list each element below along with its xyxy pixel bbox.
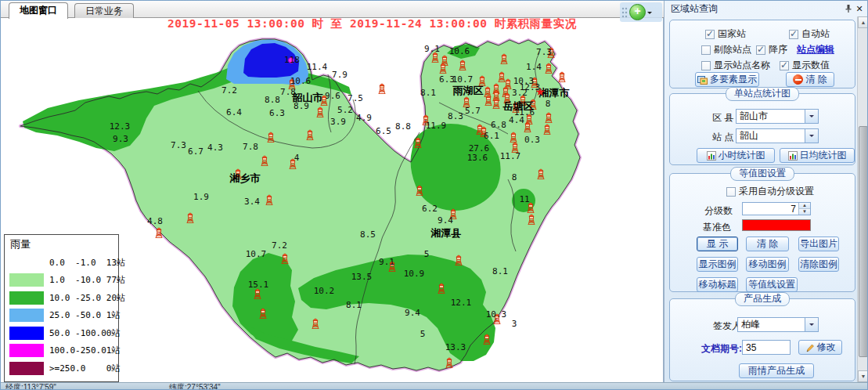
panel-title: 区域站查询 (671, 2, 718, 16)
multi-element-display-button[interactable]: 多要素显示 (695, 72, 759, 87)
chevron-down-icon[interactable] (805, 318, 818, 331)
tab-map-window[interactable]: 地图窗口 (9, 2, 68, 19)
spinner-value: 7 (743, 203, 798, 215)
contour-button-6[interactable]: 清除图例 (798, 257, 839, 272)
station-value: 1.4 (526, 62, 542, 72)
issuer-dropdown[interactable]: 柏峰 (737, 317, 819, 332)
pencil-icon (805, 343, 815, 352)
station-value: 9.1 (424, 44, 440, 54)
map-area[interactable]: 2019-11-05 13:00:00 时 至 2019-11-24 13:00… (1, 18, 664, 382)
station-value: 7.2 (272, 240, 287, 251)
scrollbar-thumb[interactable] (859, 126, 868, 357)
hourly-chart-button[interactable]: 小时统计图 (697, 148, 775, 163)
station-dropdown[interactable]: 韶山 (736, 128, 819, 143)
station-value: 12.3 (110, 121, 131, 132)
toolbar-dropdown-icon[interactable] (647, 12, 652, 16)
level-count-label: 分级数 (704, 204, 733, 218)
station-value: 8 (512, 172, 517, 182)
checkbox-label: 采用自动分级设置 (739, 185, 814, 198)
station-value: 11.9 (426, 121, 447, 131)
add-layer-button[interactable]: + (629, 4, 646, 20)
status-bar: 经度:113°7'59" 纬度:27°53'34" (1, 382, 868, 390)
legend-range: 25.0 -50.0 (49, 310, 106, 320)
legend-range: 100.0-250.0 (49, 345, 106, 356)
station-value: 7.9 (332, 70, 348, 80)
legend-color-swatch (9, 256, 44, 269)
contour-button-3[interactable]: 导出图片 (798, 237, 839, 251)
group-caption: 产品生成 (735, 292, 790, 306)
spin-up-icon[interactable]: ▲ (799, 203, 810, 209)
map-title: 2019-11-05 13:00:00 时 至 2019-11-24 13:00… (167, 18, 577, 31)
modify-button[interactable]: 修改 (798, 340, 842, 355)
base-color-swatch[interactable] (742, 219, 811, 231)
panel-scrollbar[interactable]: ▲ ▼ (857, 16, 868, 382)
station-value: 118 (284, 55, 300, 65)
dropdown-value: 韶山 (740, 129, 758, 143)
checkbox-label: 自动站 (801, 27, 830, 41)
legend-range: 1.0 -10.0 (49, 275, 106, 285)
legend-row: 25.0 -50.0 1站 (9, 307, 113, 325)
station-icon[interactable] (559, 72, 566, 82)
input-value: 35 (746, 342, 756, 353)
legend-title: 雨量 (10, 237, 113, 251)
contour-button-7[interactable]: 移动标题 (697, 277, 738, 292)
legend-color-swatch (9, 309, 44, 322)
scroll-down-icon[interactable]: ▼ (858, 370, 868, 382)
checkbox-auto-station[interactable]: 自动站 (789, 27, 830, 41)
level-count-spinner[interactable]: 7 ▲▼ (742, 202, 811, 215)
single-station-chart-group: 单站点统计图 区 县 韶山市 站 点 韶山 小时统计图 日均统计图 (669, 93, 855, 165)
checkbox-show-station-name[interactable]: 显示站点名称 (701, 59, 770, 72)
station-icon[interactable] (379, 84, 386, 94)
station-value: 9.3 (113, 134, 128, 144)
legend-color-swatch (9, 291, 44, 305)
station-value: 8.5 (360, 229, 376, 240)
contour-button-2[interactable]: 清 除 (746, 237, 789, 251)
station-value: 6.2 (422, 204, 438, 214)
station-edit-link[interactable]: 站点编辑 (797, 43, 834, 56)
county-dropdown[interactable]: 韶山市 (736, 109, 819, 124)
chevron-down-icon[interactable] (805, 129, 818, 143)
clear-stations-button[interactable]: 清 除 (786, 72, 834, 87)
daily-chart-button[interactable]: 日均统计图 (780, 148, 855, 163)
button-label: 日均统计图 (800, 149, 847, 162)
contour-button-1[interactable]: 显 示 (697, 237, 738, 251)
station-value: 3.9 (330, 117, 346, 127)
spin-down-icon[interactable]: ▼ (799, 209, 810, 215)
rain-product-generate-button[interactable]: 雨情产品生成 (739, 363, 814, 378)
station-value: 4.4 (509, 115, 524, 125)
station-value: 7.3 (536, 47, 552, 57)
station-value: 9.4 (405, 308, 420, 318)
checkbox-show-values[interactable]: 显示数值 (780, 59, 830, 72)
station-label: 站 点 (712, 131, 733, 144)
chevron-down-icon[interactable] (805, 110, 818, 123)
checkbox-descending[interactable]: 降序 (756, 43, 787, 56)
station-value: 6.8 (491, 120, 506, 130)
station-value: 7.5 (348, 93, 363, 103)
contour-button-4[interactable]: 显示图例 (697, 257, 738, 272)
contour-button-5[interactable]: 移动图例 (746, 257, 789, 272)
tab-daily-business[interactable]: 日常业务 (74, 3, 134, 19)
pin-icon[interactable] (843, 3, 854, 14)
bar-chart-icon (788, 151, 798, 161)
checkbox-label: 显示数值 (792, 59, 830, 72)
station-value: 5.2 (337, 105, 353, 115)
close-icon[interactable]: ✕ (854, 3, 865, 14)
station-value: 7.3 (171, 140, 186, 150)
legend-range: >=250.0 (49, 363, 106, 374)
checkbox-auto-grading[interactable]: 采用自动分级设置 (726, 185, 814, 198)
contour-button-8[interactable]: 等值线设置 (746, 277, 798, 292)
drag-grip-icon[interactable] (621, 5, 628, 20)
station-value: 11 (519, 194, 529, 204)
doc-number-input[interactable]: 35 (742, 340, 791, 355)
station-value: 7.2 (222, 85, 237, 96)
checkbox-national-station[interactable]: 国家站 (705, 27, 746, 41)
station-value: 10.6 (449, 46, 470, 56)
district-label: 湘乡市 (229, 172, 261, 184)
legend-count: 13 (106, 258, 117, 268)
station-value: 8.8 (265, 95, 280, 105)
station-value: 9.1 (379, 257, 394, 267)
station-value: 13.5 (351, 272, 373, 282)
checkbox-exclude-station[interactable]: 剔除站点 (701, 43, 751, 56)
layers-icon (697, 75, 708, 85)
scroll-up-icon[interactable]: ▲ (858, 16, 868, 28)
